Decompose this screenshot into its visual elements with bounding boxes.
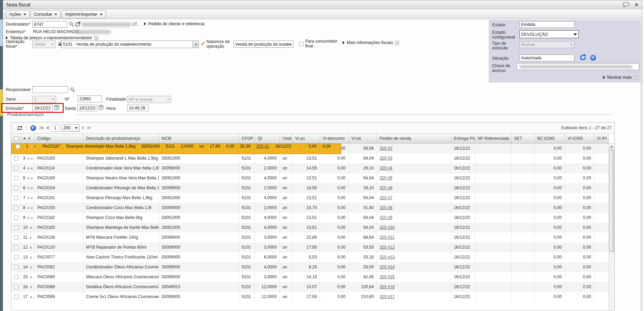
last-page-icon[interactable] xyxy=(87,126,91,130)
move-down-icon[interactable]: .. xyxy=(33,236,34,239)
pedido-venda-link[interactable]: 320 #1 xyxy=(256,144,269,149)
pedido-venda-link[interactable]: 320 #6 xyxy=(380,186,393,190)
table-row[interactable]: 3∧∨ PAC0183 Shampoo Jaborandi L Max Bell… xyxy=(11,153,609,163)
row-checkbox[interactable] xyxy=(14,285,18,289)
move-down-icon[interactable]: ∨ xyxy=(31,176,34,180)
menu-acoes[interactable]: Ações xyxy=(6,10,30,18)
move-up-icon[interactable]: ∧ xyxy=(27,206,30,210)
pedido-venda-link[interactable]: 320 #5 xyxy=(380,176,393,180)
move-up-icon[interactable]: ∧ xyxy=(27,176,30,180)
hora-input[interactable] xyxy=(127,105,149,111)
move-down-icon[interactable]: .. xyxy=(33,285,34,289)
next-page-icon[interactable] xyxy=(82,126,85,130)
page-number-input[interactable] xyxy=(51,124,59,132)
table-row[interactable]: 10∧.. PAC0185 Shampoo Manteiga de Karité… xyxy=(11,223,609,233)
table-row[interactable]: 15∧.. PAC0090 Máscara Óleos Africanos Co… xyxy=(11,272,609,282)
mais-informacoes-section[interactable]: Mais informações fiscais xyxy=(343,40,399,45)
move-down-icon[interactable]: .. xyxy=(33,295,34,299)
row-checkbox[interactable] xyxy=(14,176,18,180)
scrollbar-thumb[interactable] xyxy=(609,150,614,252)
row-checkbox[interactable] xyxy=(16,144,20,149)
move-down-icon[interactable]: .. xyxy=(33,265,34,269)
col-num[interactable]: # xyxy=(20,134,34,143)
col-nf-referenciada[interactable]: NF Referenciada xyxy=(475,134,511,143)
pencil-icon[interactable] xyxy=(201,41,205,46)
move-down-icon[interactable]: ∨ xyxy=(33,145,36,148)
refresh-icon[interactable] xyxy=(579,54,586,61)
col-vl-icms[interactable]: Vl ICMS xyxy=(565,134,594,143)
row-checkbox[interactable] xyxy=(14,245,18,250)
close-icon[interactable]: ✕ xyxy=(634,2,639,7)
row-checkbox[interactable] xyxy=(14,235,18,240)
first-page-icon[interactable] xyxy=(40,126,44,130)
chat-icon[interactable] xyxy=(623,2,630,8)
search-icon[interactable] xyxy=(70,87,75,92)
move-up-icon[interactable]: ∧ xyxy=(27,216,30,220)
pedido-venda-link[interactable]: 320 #4 xyxy=(380,166,393,171)
col-vl-un[interactable]: Vl un xyxy=(292,134,320,143)
pedido-cliente-section[interactable]: Pedido do cliente e referência xyxy=(144,21,204,26)
table-row[interactable]: 16∧.. PAC0088 Gelatina Óleos Africanos C… xyxy=(11,282,609,292)
move-down-icon[interactable]: ∨ xyxy=(31,157,34,160)
col-vl-desconto[interactable]: Vl desconto xyxy=(320,134,348,143)
move-up-icon[interactable]: ∧ xyxy=(27,166,30,170)
move-down-icon[interactable]: .. xyxy=(33,255,34,259)
pedido-venda-link[interactable]: 320 #13 xyxy=(380,255,395,260)
table-row[interactable]: 14∧.. PAC0082 Condicionador Óleos Africa… xyxy=(11,262,609,272)
row-checkbox[interactable] xyxy=(14,186,18,190)
responsavel-input[interactable] xyxy=(32,86,68,93)
table-row[interactable]: 1∧∨ PAC0187 Shampoo Mentolado Max Bella … xyxy=(11,144,341,154)
pedido-venda-link[interactable]: 320 #11 xyxy=(380,235,395,240)
pedido-venda-link[interactable]: 320 #8 xyxy=(380,205,393,210)
situacao-input[interactable] xyxy=(519,55,575,61)
scroll-up-button[interactable] xyxy=(609,144,614,150)
table-row[interactable]: 6∧∨ PAC0154 Condicionador Pêssego de Max… xyxy=(11,183,609,193)
row-checkbox[interactable] xyxy=(14,216,18,220)
table-row[interactable]: 12∧.. PAC0120 MYB Reparador de Pontas 60… xyxy=(11,242,609,252)
pedido-venda-link[interactable]: 320 #17 xyxy=(380,294,395,299)
estado-input[interactable] xyxy=(519,21,575,28)
note-icon[interactable] xyxy=(634,75,638,80)
natureza-operacao-input[interactable] xyxy=(233,41,294,48)
row-checkbox[interactable] xyxy=(14,295,18,299)
move-down-icon[interactable]: ∨ xyxy=(31,166,34,170)
note-icon[interactable] xyxy=(395,41,399,45)
table-row[interactable]: 8∧∨ PAC0150 Condicionador Coco Max Bella… xyxy=(11,203,609,213)
row-checkbox[interactable] xyxy=(14,225,18,230)
col-unid[interactable]: Unid xyxy=(280,134,292,143)
col-cfop[interactable]: CFOP xyxy=(239,134,255,143)
numero-input[interactable] xyxy=(78,95,101,102)
help-icon[interactable]: ? xyxy=(29,124,37,132)
note-icon[interactable] xyxy=(94,36,98,40)
row-checkbox[interactable] xyxy=(14,275,18,279)
table-row[interactable]: 13∧.. PAC0077 Aloe Cachos Tônico Fortifi… xyxy=(11,252,609,262)
move-up-icon[interactable]: ∧ xyxy=(30,145,33,148)
consumidor-final-checkbox[interactable] xyxy=(299,42,303,46)
move-up-icon[interactable]: ∧ xyxy=(30,285,33,289)
move-down-icon[interactable]: ∨ xyxy=(31,206,34,210)
table-row[interactable]: 17∧.. PAC0085 Creme 5x1 Óleos Africanos … xyxy=(11,292,609,302)
pedido-venda-link[interactable]: 320 #7 xyxy=(380,195,393,200)
row-checkbox[interactable] xyxy=(14,206,18,210)
move-up-icon[interactable]: ∧ xyxy=(30,275,33,279)
move-up-icon[interactable]: ∧ xyxy=(27,196,30,200)
calendar-icon[interactable] xyxy=(98,105,104,110)
refresh-icon[interactable] xyxy=(15,124,24,132)
pedido-venda-link[interactable]: 320 #14 xyxy=(380,265,395,269)
pedido-venda-link[interactable]: 320 #10 xyxy=(380,225,395,230)
move-up-icon[interactable]: ∧ xyxy=(30,246,33,249)
chave-acesso-input[interactable] xyxy=(517,63,639,70)
table-row[interactable]: 5∧∨ PAC0189 Shampoo Neutro Aloe Vera Max… xyxy=(11,173,609,183)
move-down-icon[interactable]: .. xyxy=(33,226,34,229)
previous-page-icon[interactable] xyxy=(46,126,49,130)
move-up-icon[interactable]: ∧ xyxy=(27,157,30,160)
table-row[interactable]: 7∧∨ PAC0191 Shampoo Pêssego Max Bella 1,… xyxy=(11,193,609,203)
estado-configuravel-select[interactable]: DEVOLUÇÃO xyxy=(519,30,579,38)
pedido-venda-link[interactable]: 320 #16 xyxy=(380,284,395,289)
row-checkbox[interactable] xyxy=(14,166,18,171)
move-down-icon[interactable]: ∨ xyxy=(31,196,34,200)
saida-input[interactable] xyxy=(77,105,97,111)
pedido-venda-link[interactable]: 320 #3 xyxy=(380,156,393,161)
row-checkbox[interactable] xyxy=(14,156,18,161)
table-row[interactable]: 11∧.. PAC0138 MYB Máscara Fortifier 240g… xyxy=(11,233,609,242)
